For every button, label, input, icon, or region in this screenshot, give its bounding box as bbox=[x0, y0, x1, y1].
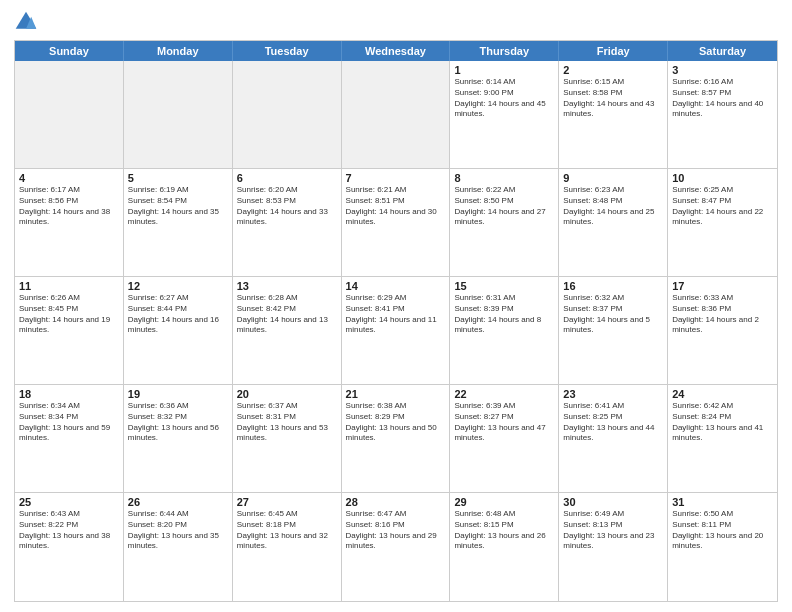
day-number: 13 bbox=[237, 280, 337, 292]
cell-info: Sunrise: 6:25 AM Sunset: 8:47 PM Dayligh… bbox=[672, 185, 773, 228]
page: SundayMondayTuesdayWednesdayThursdayFrid… bbox=[0, 0, 792, 612]
day-number: 22 bbox=[454, 388, 554, 400]
day-number: 6 bbox=[237, 172, 337, 184]
day-number: 5 bbox=[128, 172, 228, 184]
cell-info: Sunrise: 6:39 AM Sunset: 8:27 PM Dayligh… bbox=[454, 401, 554, 444]
day-number: 31 bbox=[672, 496, 773, 508]
cell-info: Sunrise: 6:27 AM Sunset: 8:44 PM Dayligh… bbox=[128, 293, 228, 336]
calendar-cell: 28Sunrise: 6:47 AM Sunset: 8:16 PM Dayli… bbox=[342, 493, 451, 601]
cell-info: Sunrise: 6:14 AM Sunset: 9:00 PM Dayligh… bbox=[454, 77, 554, 120]
cell-info: Sunrise: 6:19 AM Sunset: 8:54 PM Dayligh… bbox=[128, 185, 228, 228]
calendar-cell: 27Sunrise: 6:45 AM Sunset: 8:18 PM Dayli… bbox=[233, 493, 342, 601]
calendar-cell bbox=[124, 61, 233, 168]
cell-info: Sunrise: 6:20 AM Sunset: 8:53 PM Dayligh… bbox=[237, 185, 337, 228]
cell-info: Sunrise: 6:50 AM Sunset: 8:11 PM Dayligh… bbox=[672, 509, 773, 552]
day-number: 9 bbox=[563, 172, 663, 184]
cell-info: Sunrise: 6:36 AM Sunset: 8:32 PM Dayligh… bbox=[128, 401, 228, 444]
header-day: Wednesday bbox=[342, 41, 451, 61]
day-number: 10 bbox=[672, 172, 773, 184]
header-day: Sunday bbox=[15, 41, 124, 61]
day-number: 21 bbox=[346, 388, 446, 400]
calendar-cell: 6Sunrise: 6:20 AM Sunset: 8:53 PM Daylig… bbox=[233, 169, 342, 276]
day-number: 8 bbox=[454, 172, 554, 184]
calendar-cell: 20Sunrise: 6:37 AM Sunset: 8:31 PM Dayli… bbox=[233, 385, 342, 492]
calendar-header: SundayMondayTuesdayWednesdayThursdayFrid… bbox=[15, 41, 777, 61]
day-number: 19 bbox=[128, 388, 228, 400]
calendar-cell: 29Sunrise: 6:48 AM Sunset: 8:15 PM Dayli… bbox=[450, 493, 559, 601]
calendar-row: 18Sunrise: 6:34 AM Sunset: 8:34 PM Dayli… bbox=[15, 385, 777, 493]
calendar-row: 1Sunrise: 6:14 AM Sunset: 9:00 PM Daylig… bbox=[15, 61, 777, 169]
calendar-row: 11Sunrise: 6:26 AM Sunset: 8:45 PM Dayli… bbox=[15, 277, 777, 385]
cell-info: Sunrise: 6:38 AM Sunset: 8:29 PM Dayligh… bbox=[346, 401, 446, 444]
calendar-cell: 19Sunrise: 6:36 AM Sunset: 8:32 PM Dayli… bbox=[124, 385, 233, 492]
header bbox=[14, 10, 778, 34]
cell-info: Sunrise: 6:41 AM Sunset: 8:25 PM Dayligh… bbox=[563, 401, 663, 444]
calendar-cell: 25Sunrise: 6:43 AM Sunset: 8:22 PM Dayli… bbox=[15, 493, 124, 601]
cell-info: Sunrise: 6:23 AM Sunset: 8:48 PM Dayligh… bbox=[563, 185, 663, 228]
calendar-cell: 16Sunrise: 6:32 AM Sunset: 8:37 PM Dayli… bbox=[559, 277, 668, 384]
day-number: 25 bbox=[19, 496, 119, 508]
cell-info: Sunrise: 6:33 AM Sunset: 8:36 PM Dayligh… bbox=[672, 293, 773, 336]
calendar-cell: 15Sunrise: 6:31 AM Sunset: 8:39 PM Dayli… bbox=[450, 277, 559, 384]
calendar-cell: 23Sunrise: 6:41 AM Sunset: 8:25 PM Dayli… bbox=[559, 385, 668, 492]
calendar-cell: 26Sunrise: 6:44 AM Sunset: 8:20 PM Dayli… bbox=[124, 493, 233, 601]
day-number: 28 bbox=[346, 496, 446, 508]
header-day: Thursday bbox=[450, 41, 559, 61]
header-day: Tuesday bbox=[233, 41, 342, 61]
cell-info: Sunrise: 6:42 AM Sunset: 8:24 PM Dayligh… bbox=[672, 401, 773, 444]
calendar-row: 4Sunrise: 6:17 AM Sunset: 8:56 PM Daylig… bbox=[15, 169, 777, 277]
day-number: 24 bbox=[672, 388, 773, 400]
day-number: 4 bbox=[19, 172, 119, 184]
day-number: 26 bbox=[128, 496, 228, 508]
calendar-cell: 7Sunrise: 6:21 AM Sunset: 8:51 PM Daylig… bbox=[342, 169, 451, 276]
cell-info: Sunrise: 6:47 AM Sunset: 8:16 PM Dayligh… bbox=[346, 509, 446, 552]
day-number: 2 bbox=[563, 64, 663, 76]
calendar-row: 25Sunrise: 6:43 AM Sunset: 8:22 PM Dayli… bbox=[15, 493, 777, 601]
header-day: Friday bbox=[559, 41, 668, 61]
cell-info: Sunrise: 6:34 AM Sunset: 8:34 PM Dayligh… bbox=[19, 401, 119, 444]
day-number: 18 bbox=[19, 388, 119, 400]
cell-info: Sunrise: 6:21 AM Sunset: 8:51 PM Dayligh… bbox=[346, 185, 446, 228]
cell-info: Sunrise: 6:15 AM Sunset: 8:58 PM Dayligh… bbox=[563, 77, 663, 120]
calendar-cell: 24Sunrise: 6:42 AM Sunset: 8:24 PM Dayli… bbox=[668, 385, 777, 492]
cell-info: Sunrise: 6:17 AM Sunset: 8:56 PM Dayligh… bbox=[19, 185, 119, 228]
cell-info: Sunrise: 6:43 AM Sunset: 8:22 PM Dayligh… bbox=[19, 509, 119, 552]
calendar-cell: 8Sunrise: 6:22 AM Sunset: 8:50 PM Daylig… bbox=[450, 169, 559, 276]
calendar-cell: 31Sunrise: 6:50 AM Sunset: 8:11 PM Dayli… bbox=[668, 493, 777, 601]
calendar-cell: 30Sunrise: 6:49 AM Sunset: 8:13 PM Dayli… bbox=[559, 493, 668, 601]
calendar-cell bbox=[15, 61, 124, 168]
day-number: 17 bbox=[672, 280, 773, 292]
day-number: 27 bbox=[237, 496, 337, 508]
calendar-cell: 22Sunrise: 6:39 AM Sunset: 8:27 PM Dayli… bbox=[450, 385, 559, 492]
calendar-cell: 5Sunrise: 6:19 AM Sunset: 8:54 PM Daylig… bbox=[124, 169, 233, 276]
calendar-cell bbox=[233, 61, 342, 168]
cell-info: Sunrise: 6:49 AM Sunset: 8:13 PM Dayligh… bbox=[563, 509, 663, 552]
logo-icon bbox=[14, 10, 38, 34]
cell-info: Sunrise: 6:48 AM Sunset: 8:15 PM Dayligh… bbox=[454, 509, 554, 552]
day-number: 23 bbox=[563, 388, 663, 400]
cell-info: Sunrise: 6:22 AM Sunset: 8:50 PM Dayligh… bbox=[454, 185, 554, 228]
cell-info: Sunrise: 6:29 AM Sunset: 8:41 PM Dayligh… bbox=[346, 293, 446, 336]
calendar-cell: 9Sunrise: 6:23 AM Sunset: 8:48 PM Daylig… bbox=[559, 169, 668, 276]
calendar-cell: 2Sunrise: 6:15 AM Sunset: 8:58 PM Daylig… bbox=[559, 61, 668, 168]
header-day: Monday bbox=[124, 41, 233, 61]
day-number: 15 bbox=[454, 280, 554, 292]
day-number: 14 bbox=[346, 280, 446, 292]
calendar-cell: 17Sunrise: 6:33 AM Sunset: 8:36 PM Dayli… bbox=[668, 277, 777, 384]
cell-info: Sunrise: 6:26 AM Sunset: 8:45 PM Dayligh… bbox=[19, 293, 119, 336]
day-number: 30 bbox=[563, 496, 663, 508]
calendar-cell: 11Sunrise: 6:26 AM Sunset: 8:45 PM Dayli… bbox=[15, 277, 124, 384]
day-number: 1 bbox=[454, 64, 554, 76]
day-number: 20 bbox=[237, 388, 337, 400]
calendar-cell: 13Sunrise: 6:28 AM Sunset: 8:42 PM Dayli… bbox=[233, 277, 342, 384]
calendar: SundayMondayTuesdayWednesdayThursdayFrid… bbox=[14, 40, 778, 602]
cell-info: Sunrise: 6:16 AM Sunset: 8:57 PM Dayligh… bbox=[672, 77, 773, 120]
cell-info: Sunrise: 6:28 AM Sunset: 8:42 PM Dayligh… bbox=[237, 293, 337, 336]
cell-info: Sunrise: 6:45 AM Sunset: 8:18 PM Dayligh… bbox=[237, 509, 337, 552]
day-number: 12 bbox=[128, 280, 228, 292]
day-number: 7 bbox=[346, 172, 446, 184]
calendar-cell: 4Sunrise: 6:17 AM Sunset: 8:56 PM Daylig… bbox=[15, 169, 124, 276]
calendar-body: 1Sunrise: 6:14 AM Sunset: 9:00 PM Daylig… bbox=[15, 61, 777, 601]
calendar-cell: 3Sunrise: 6:16 AM Sunset: 8:57 PM Daylig… bbox=[668, 61, 777, 168]
header-day: Saturday bbox=[668, 41, 777, 61]
